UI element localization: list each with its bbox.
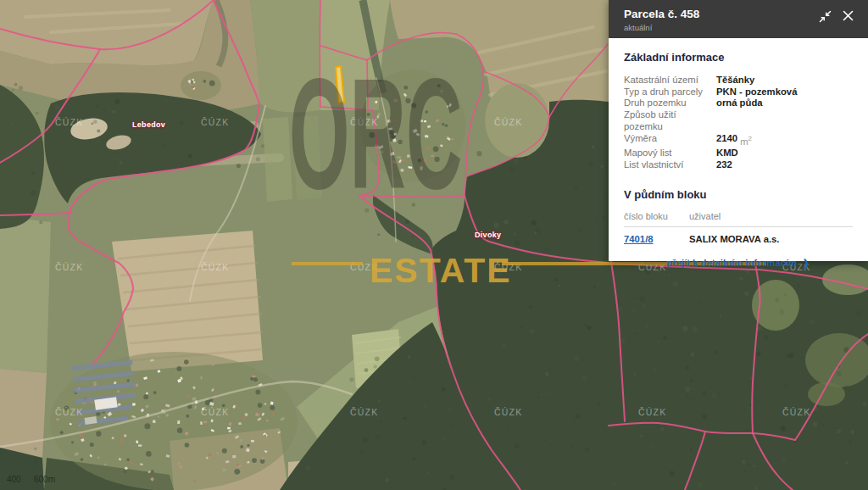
field-row: Typ a druh parcelyPKN - pozemková <box>624 86 853 98</box>
field-row: Druh pozemkuorná půda <box>624 97 853 109</box>
field-value: 232 <box>716 159 732 171</box>
field-label: List vlastnictví <box>624 159 716 171</box>
field-row: List vlastnictví232 <box>624 159 853 171</box>
field-value: Těšánky <box>716 75 754 86</box>
field-label: Mapový list <box>624 148 716 159</box>
collapse-button[interactable] <box>819 10 832 24</box>
field-row: Katastrální územíTěšánky <box>624 75 853 86</box>
field-label: Způsob užití pozemku <box>624 109 716 132</box>
field-label: Druh pozemku <box>624 97 716 109</box>
map-viewer: Lebedov Divoky ČÚZKČÚZKČÚZKČÚZKČÚZKČÚZKČ… <box>0 0 868 490</box>
field-value: 2140 <box>716 133 737 148</box>
field-value: PKN - pozemková <box>716 86 797 98</box>
detail-link[interactable]: přejít k detailním informacím❯ <box>666 258 810 268</box>
panel-body: Základní informace Katastrální územíTěšá… <box>609 38 868 269</box>
field-value: KMD <box>716 148 738 159</box>
field-label: Typ a druh parcely <box>624 86 716 98</box>
column-block-number: číslo bloku <box>624 211 689 221</box>
detail-link-row: přejít k detailním informacím❯ <box>624 258 853 269</box>
parcel-info-panel: Parcela č. 458 aktuální Základ <box>609 0 868 261</box>
field-row: Mapový listKMD <box>624 148 853 159</box>
block-table-header: číslo bloku uživatel <box>624 211 853 227</box>
field-row-area: Výměra 2140 m2 <box>624 133 853 148</box>
chevron-right-icon: ❯ <box>803 258 810 269</box>
collapse-icon <box>819 10 832 23</box>
block-table-row: 7401/8 SALIX MORAVA a.s. <box>624 227 853 244</box>
field-label: Katastrální území <box>624 75 716 86</box>
area-unit: m2 <box>740 133 752 148</box>
column-user: uživatel <box>689 211 721 221</box>
panel-header: Parcela č. 458 aktuální <box>609 0 868 38</box>
close-icon <box>843 10 854 21</box>
close-button[interactable] <box>843 10 856 24</box>
basic-info-heading: Základní informace <box>624 51 853 64</box>
field-row: Způsob užití pozemku <box>624 109 853 132</box>
field-value: orná půda <box>716 97 763 109</box>
block-number-link[interactable]: 7401/8 <box>624 234 654 244</box>
block-user: SALIX MORAVA a.s. <box>689 234 780 244</box>
panel-subtitle: aktuální <box>624 23 854 32</box>
soil-block-heading: V půdním bloku <box>624 188 853 201</box>
field-label: Výměra <box>624 133 716 148</box>
